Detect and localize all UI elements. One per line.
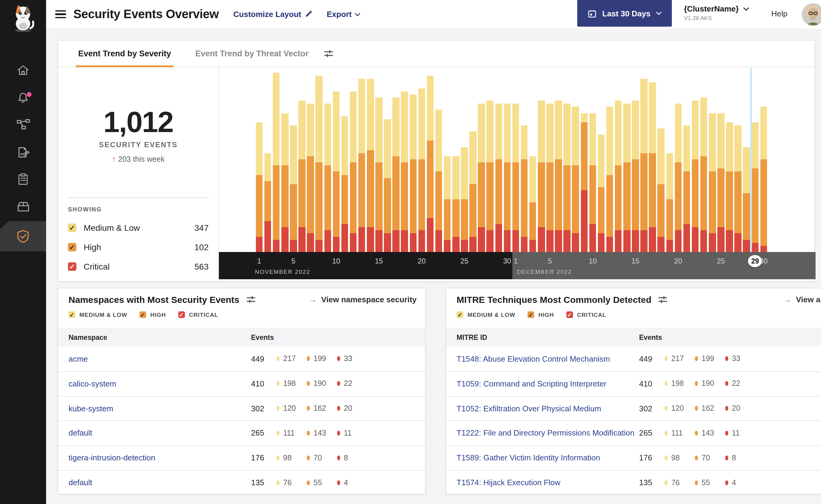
medium-low-dot-icon xyxy=(277,455,280,460)
table-row: acme44921719933 xyxy=(58,347,425,372)
critical-dot-icon xyxy=(337,431,340,436)
namespaces-settings-button[interactable] xyxy=(247,296,255,303)
export-button[interactable]: Export xyxy=(327,10,360,19)
axis-tick: 1 xyxy=(257,257,261,265)
events-total: 135 xyxy=(251,478,277,487)
checkbox-checked-icon[interactable]: ✓ xyxy=(68,262,76,271)
filter-chip-high[interactable]: ✓HIGH xyxy=(139,311,166,318)
medium-low-dot-icon xyxy=(277,480,280,485)
namespace-link[interactable]: kube-system xyxy=(68,404,113,413)
total-events-label: SECURITY EVENTS xyxy=(58,141,218,149)
critical-count: 20 xyxy=(344,404,352,413)
customize-layout-button[interactable]: Customize Layout xyxy=(234,10,312,19)
checkbox-checked-icon[interactable]: ✓ xyxy=(68,311,75,318)
high-dot-icon xyxy=(695,455,698,460)
date-range-button[interactable]: Last 30 Days xyxy=(577,0,672,27)
tab-event-trend-by-severity[interactable]: Event Trend by Severity xyxy=(78,41,171,67)
stacked-bar-day-59 xyxy=(752,122,759,252)
sidebar-item-compliance[interactable] xyxy=(0,170,46,189)
calico-cat-logo[interactable] xyxy=(10,4,36,33)
mitre-card: MITRE Techniques Most Commonly Detected … xyxy=(446,288,821,494)
mitre-settings-button[interactable] xyxy=(659,296,667,303)
checkbox-checked-icon[interactable]: ✓ xyxy=(566,311,573,318)
events-total: 135 xyxy=(639,478,665,487)
sidebar-item-threat-defense[interactable] xyxy=(0,221,46,251)
view-all-events-link[interactable]: → View all events xyxy=(784,295,821,304)
medium-low-dot-icon xyxy=(665,431,668,436)
shield-check-icon xyxy=(16,229,30,244)
help-link[interactable]: Help xyxy=(771,9,788,18)
stacked-bar-day-3 xyxy=(273,73,280,252)
checkbox-checked-icon[interactable]: ✓ xyxy=(178,311,184,318)
severity-legend: ✓Medium & Low347✓High102✓Critical563 xyxy=(68,218,209,276)
namespace-link[interactable]: tigera-intrusion-detection xyxy=(68,453,155,462)
namespaces-table: acme44921719933calico-system41019819022k… xyxy=(58,347,425,494)
stacked-bar-day-33 xyxy=(529,156,536,252)
medium-low-dot-icon xyxy=(665,455,668,460)
high-dot-icon xyxy=(695,480,698,485)
namespace-link[interactable]: acme xyxy=(68,354,88,363)
checkbox-checked-icon[interactable]: ✓ xyxy=(68,224,76,232)
namespaces-card-title: Namespaces with Most Security Events xyxy=(68,294,240,305)
checkbox-checked-icon[interactable]: ✓ xyxy=(527,311,534,318)
sidebar-item-alerts[interactable] xyxy=(0,88,46,107)
filter-chip-label: CRITICAL xyxy=(577,311,606,318)
legend-toggle-medium-low[interactable]: ✓Medium & Low347 xyxy=(68,218,209,237)
legend-toggle-critical[interactable]: ✓Critical563 xyxy=(68,257,209,276)
filter-chip-high[interactable]: ✓HIGH xyxy=(527,311,554,318)
high-dot-icon xyxy=(307,455,310,460)
stacked-bar-day-1 xyxy=(256,122,263,252)
table-row: T1574: Hijack Execution Flow13576554 xyxy=(446,470,821,495)
cluster-selector[interactable]: {ClusterName} V1.26 AKS xyxy=(684,4,749,21)
tab-event-trend-by-threat-vector[interactable]: Event Trend by Threat Vector xyxy=(195,41,309,67)
stacked-bar-day-43 xyxy=(615,101,622,252)
stacked-bar-day-51 xyxy=(683,125,690,252)
sidebar-item-home[interactable] xyxy=(0,61,46,80)
critical-dot-icon xyxy=(725,381,728,386)
high-count: 55 xyxy=(314,478,322,487)
high-dot-icon xyxy=(695,406,698,411)
selected-day-bubble[interactable]: 29 xyxy=(748,255,762,267)
legend-toggle-high[interactable]: ✓High102 xyxy=(68,237,209,257)
view-namespace-security-link[interactable]: → View namespace security xyxy=(309,295,417,304)
namespace-link[interactable]: default xyxy=(68,478,92,487)
stacked-bar-day-2 xyxy=(264,153,271,252)
user-avatar[interactable] xyxy=(802,3,821,26)
checkbox-checked-icon[interactable]: ✓ xyxy=(68,243,76,251)
critical-dot-icon xyxy=(337,455,340,460)
sidebar-item-service-graph[interactable] xyxy=(0,115,46,134)
sidebar-item-workloads[interactable] xyxy=(0,197,46,216)
high-dot-icon xyxy=(307,381,310,386)
weekly-delta: ↑203 this week xyxy=(58,155,218,164)
chart-settings-button[interactable] xyxy=(324,50,333,58)
stacked-bar-day-6 xyxy=(299,101,306,252)
high-count: 70 xyxy=(314,453,322,462)
mitre-technique-link[interactable]: T1589: Gather Victim Identity Informatio… xyxy=(457,453,600,462)
sidebar-item-policies[interactable] xyxy=(0,142,46,162)
menu-button[interactable] xyxy=(55,8,66,20)
filter-chip-medium-low[interactable]: ✓MEDIUM & LOW xyxy=(457,311,515,318)
mitre-technique-link[interactable]: T1548: Abuse Elevation Control Mechanism xyxy=(457,354,610,363)
mitre-technique-link[interactable]: T1059: Command and Scripting Interpreter xyxy=(457,379,606,388)
filter-chip-label: CRITICAL xyxy=(189,311,218,318)
mitre-technique-link[interactable]: T1222: File and Directory Permissions Mo… xyxy=(457,429,635,438)
medium-low-count: 120 xyxy=(671,404,684,413)
checkbox-checked-icon[interactable]: ✓ xyxy=(457,311,463,318)
namespace-link[interactable]: calico-system xyxy=(68,379,116,388)
high-count: 143 xyxy=(314,429,326,437)
checkbox-checked-icon[interactable]: ✓ xyxy=(139,311,146,318)
table-row: T1052: Exfiltration Over Physical Medium… xyxy=(446,396,821,421)
events-total: 265 xyxy=(251,429,277,438)
filter-chip-medium-low[interactable]: ✓MEDIUM & LOW xyxy=(68,311,127,318)
stacked-bar-day-29 xyxy=(495,104,502,252)
namespace-link[interactable]: default xyxy=(68,429,92,438)
filter-chip-critical[interactable]: ✓CRITICAL xyxy=(178,311,218,318)
stacked-bar-day-7 xyxy=(307,104,314,252)
severity-trend-chart xyxy=(219,67,816,252)
mitre-technique-link[interactable]: T1052: Exfiltration Over Physical Medium xyxy=(457,404,601,413)
mitre-technique-link[interactable]: T1574: Hijack Execution Flow xyxy=(457,478,560,487)
medium-low-count: 120 xyxy=(283,404,296,413)
table-row: T1589: Gather Victim Identity Informatio… xyxy=(446,446,821,471)
filter-chip-critical[interactable]: ✓CRITICAL xyxy=(566,311,606,318)
critical-count: 33 xyxy=(344,355,352,363)
